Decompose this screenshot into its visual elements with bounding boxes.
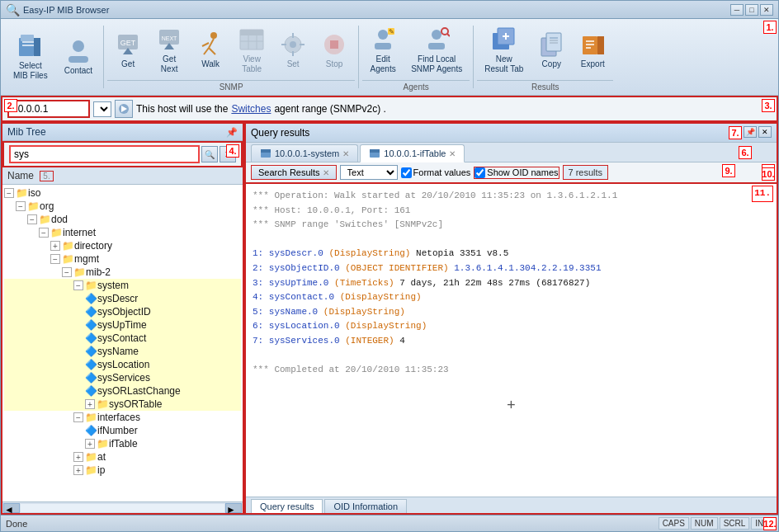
tree-item-ip[interactable]: + 📁 ip bbox=[4, 464, 241, 477]
mib-search-button[interactable]: 🔍 bbox=[201, 146, 218, 162]
tab-iftable[interactable]: 10.0.0.1-ifTable ✕ bbox=[360, 144, 465, 162]
scrl-indicator: SCRL bbox=[720, 517, 750, 530]
tree-label-mgmt: mgmt bbox=[74, 253, 99, 265]
query-panel-close[interactable]: ✕ bbox=[758, 126, 772, 138]
bottom-tab-query-results[interactable]: Query results bbox=[251, 499, 323, 513]
tree-item-mib2[interactable]: − 📁 mib-2 bbox=[4, 266, 241, 279]
contact-button[interactable]: Contact bbox=[57, 22, 100, 92]
query-panel-pin[interactable]: 📌 bbox=[744, 126, 757, 138]
tree-item-sysobjectid[interactable]: 🔷 sysObjectID bbox=[4, 305, 241, 318]
tree-folder-icon-syortable: 📁 bbox=[97, 398, 109, 410]
results-group: NewResult Tab Copy bbox=[477, 22, 613, 92]
copy-button[interactable]: Copy bbox=[531, 22, 572, 78]
tree-leaf-icon-sysservices: 🔷 bbox=[85, 372, 97, 384]
tab-iftable-close[interactable]: ✕ bbox=[449, 149, 456, 158]
export-button[interactable]: Export bbox=[572, 22, 613, 78]
tree-toggle-dod[interactable]: − bbox=[27, 214, 37, 224]
tree-item-org[interactable]: − 📁 org bbox=[4, 200, 241, 213]
tree-item-sysuptime[interactable]: 🔷 sysUpTime bbox=[4, 318, 241, 332]
tree-leaf-icon-syslocation: 🔷 bbox=[85, 359, 97, 370]
svg-text:NEXT: NEXT bbox=[162, 35, 177, 41]
format-values-checkbox-label[interactable]: Format values bbox=[401, 167, 471, 178]
ip-address-input[interactable] bbox=[7, 100, 90, 118]
tree-toggle-system[interactable]: − bbox=[73, 280, 83, 290]
search-results-tab[interactable]: Search Results ✕ bbox=[251, 165, 337, 180]
copy-icon bbox=[538, 31, 564, 58]
tree-toggle-interfaces[interactable]: − bbox=[73, 412, 83, 422]
result-completed: *** Completed at 20/10/2010 11:35:23 bbox=[253, 363, 770, 378]
tree-toggle-syortable[interactable]: + bbox=[85, 399, 95, 409]
tree-toggle-mib2[interactable]: − bbox=[62, 267, 72, 277]
tree-toggle-org[interactable]: − bbox=[16, 201, 26, 211]
tree-item-mgmt[interactable]: − 📁 mgmt bbox=[4, 252, 241, 266]
mib-search-input[interactable] bbox=[9, 145, 200, 163]
tree-hscrollbar[interactable]: ◄ ► bbox=[2, 501, 243, 513]
tree-item-syscontact[interactable]: 🔷 sysContact bbox=[4, 332, 241, 345]
tree-toggle-at[interactable]: + bbox=[73, 452, 83, 462]
format-values-checkbox[interactable] bbox=[401, 167, 412, 178]
find-local-snmp-button[interactable]: Find LocalSNMP Agents bbox=[404, 22, 470, 78]
annotation-7: 7. bbox=[729, 126, 742, 139]
separator-2 bbox=[358, 26, 359, 88]
tree-item-internet[interactable]: − 📁 internet bbox=[4, 226, 241, 239]
tree-item-dod[interactable]: − 📁 dod bbox=[4, 213, 241, 226]
tree-toggle-internet[interactable]: − bbox=[39, 228, 49, 238]
tree-item-at[interactable]: + 📁 at bbox=[4, 450, 241, 464]
tree-item-sysdescr[interactable]: 🔷 sysDescr bbox=[4, 292, 241, 305]
tree-item-iftable[interactable]: + 📁 ifTable bbox=[4, 437, 241, 450]
view-table-icon bbox=[238, 26, 265, 53]
tree-toggle-ip[interactable]: + bbox=[73, 465, 83, 475]
bottom-tab-oid-info[interactable]: OID Information bbox=[324, 499, 407, 513]
tree-hscroll-left[interactable]: ◄ bbox=[3, 503, 20, 513]
show-oid-names-checkbox[interactable] bbox=[474, 167, 485, 178]
svg-rect-44 bbox=[546, 33, 561, 51]
tree-item-sysservices[interactable]: 🔷 sysServices bbox=[4, 371, 241, 384]
tree-item-ifnumber[interactable]: 🔷 ifNumber bbox=[4, 424, 241, 437]
format-select[interactable]: Text Hex Decimal bbox=[340, 165, 398, 180]
address-go-button[interactable] bbox=[115, 100, 133, 118]
tree-toggle-mgmt[interactable]: − bbox=[50, 254, 60, 264]
tree-toggle-iso[interactable]: − bbox=[4, 188, 14, 198]
get-button[interactable]: GET Get bbox=[107, 22, 149, 78]
address-switches-link[interactable]: Switches bbox=[231, 103, 271, 115]
svg-rect-36 bbox=[428, 43, 445, 49]
tab-system-close[interactable]: ✕ bbox=[342, 149, 349, 158]
minimize-button[interactable]: ─ bbox=[730, 4, 744, 16]
maximize-button[interactable]: □ bbox=[745, 4, 758, 16]
new-result-tab-button[interactable]: NewResult Tab bbox=[477, 22, 531, 78]
get-icon: GET bbox=[115, 31, 141, 58]
select-mib-button[interactable]: SelectMIB Files bbox=[6, 22, 55, 92]
result-blank-1 bbox=[253, 233, 770, 247]
tree-label-syscontact: sysContact bbox=[97, 332, 146, 344]
show-oid-names-checkbox-label[interactable]: Show OID names bbox=[474, 167, 559, 179]
mib-panel-pin[interactable]: 📌 bbox=[226, 127, 238, 138]
tree-hscroll-right[interactable]: ► bbox=[225, 503, 242, 513]
tree-item-iso[interactable]: − 📁 iso bbox=[4, 186, 241, 200]
result-index-4: 4: bbox=[253, 292, 263, 302]
close-button[interactable]: ✕ bbox=[760, 4, 773, 16]
set-button[interactable]: Set bbox=[272, 22, 314, 78]
agents-group-label: Agents bbox=[362, 80, 470, 92]
app-icon: 🔍 bbox=[6, 3, 20, 16]
tree-item-syslocation[interactable]: 🔷 sysLocation bbox=[4, 358, 241, 371]
walk-button[interactable]: Walk bbox=[190, 22, 231, 78]
tree-item-directory[interactable]: + 📁 directory bbox=[4, 239, 241, 252]
view-table-button[interactable]: ViewTable bbox=[231, 22, 272, 78]
search-close-icon[interactable]: ✕ bbox=[323, 168, 329, 177]
result-type-2: (OBJECT IDENTIFIER) bbox=[345, 263, 448, 273]
tree-item-sysname[interactable]: 🔷 sysName bbox=[4, 345, 241, 358]
tab-system[interactable]: 10.0.0.1-system ✕ bbox=[251, 144, 358, 162]
tree-item-syortable[interactable]: + 📁 sysORTable bbox=[4, 398, 241, 411]
tree-toggle-directory[interactable]: + bbox=[50, 241, 60, 251]
get-next-button[interactable]: NEXT GetNext bbox=[149, 22, 190, 78]
tree-item-system[interactable]: − 📁 system bbox=[4, 279, 241, 292]
stop-button[interactable]: Stop bbox=[314, 22, 355, 78]
tree-toggle-iftable[interactable]: + bbox=[85, 439, 95, 449]
edit-agents-button[interactable]: ✎ EditAgents bbox=[362, 22, 404, 78]
result-index-6: 6: bbox=[253, 321, 263, 331]
mib-tree-container[interactable]: − 📁 iso − 📁 org − 📁 bbox=[2, 185, 243, 501]
snmp-group-label: SNMP bbox=[107, 80, 355, 92]
tree-item-sysorlastchange[interactable]: 🔷 sysORLastChange bbox=[4, 384, 241, 398]
tree-item-interfaces[interactable]: − 📁 interfaces bbox=[4, 411, 241, 424]
address-dropdown[interactable]: ▼ bbox=[93, 101, 111, 117]
